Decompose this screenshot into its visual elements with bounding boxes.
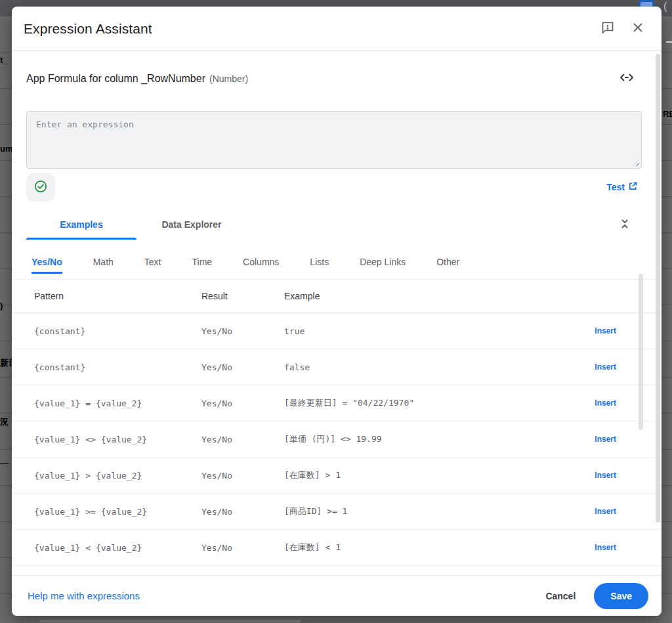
formula-label: App Formula for column _RowNumber — [26, 73, 205, 85]
assistant-tabs: Examples Data Explorer — [26, 209, 634, 240]
category-label: Lists — [310, 257, 329, 267]
dialog-footer: Help me with expressions Cancel Save — [12, 575, 662, 616]
background-table-left-strip — [0, 16, 12, 623]
background-text-fragment: um — [0, 144, 13, 154]
category-tab-text[interactable]: Text — [144, 257, 161, 274]
category-tabs: Yes/NoMathTextTimeColumnsListsDeep Links… — [32, 257, 662, 274]
examples-table-body: {constant} Yes/No true Insert {constant}… — [12, 313, 662, 566]
formula-type-hint: (Number) — [209, 74, 248, 84]
feedback-icon — [600, 20, 616, 37]
category-tab-other[interactable]: Other — [436, 257, 459, 274]
column-header-result: Result — [201, 291, 284, 301]
insert-link[interactable]: Insert — [573, 362, 616, 372]
background-text-fragment: ) — [0, 301, 3, 311]
test-link-label: Test — [606, 182, 625, 192]
tab-data-explorer-label: Data Explorer — [161, 219, 221, 230]
example-cell: [単価 (円)] <> 19.99 — [284, 433, 573, 445]
pattern-cell: {value_1} <> {value_2} — [34, 435, 201, 444]
pattern-cell: {constant} — [34, 362, 201, 372]
open-in-new-icon — [628, 181, 638, 193]
category-label: Math — [93, 257, 114, 267]
cancel-button[interactable]: Cancel — [535, 584, 586, 608]
background-table-right-strip — [662, 16, 672, 623]
table-row: {value_1} >= {value_2} Yes/No [商品ID] >= … — [12, 494, 662, 530]
example-cell: [最終更新日] = "04/22/1970" — [284, 397, 573, 409]
dialog-content: App Formula for column _RowNumber (Numbe… — [12, 51, 662, 575]
example-cell: false — [284, 362, 573, 372]
table-row: {value_1} < {value_2} Yes/No [在庫数] < 1 I… — [12, 530, 662, 566]
dialog-title: Expression Assistant — [24, 21, 152, 37]
background-dash — [666, 41, 672, 43]
background-text-fragment: — — [0, 458, 9, 467]
background-text-fragment: t_ — [0, 55, 8, 65]
tab-examples-label: Examples — [60, 219, 102, 230]
table-row: {value_1} <> {value_2} Yes/No [単価 (円)] <… — [12, 421, 662, 458]
unfold-less-icon — [618, 216, 631, 234]
category-tab-math[interactable]: Math — [93, 257, 114, 274]
insert-link[interactable]: Insert — [573, 435, 616, 444]
category-label: Yes/No — [32, 257, 62, 267]
dialog-scrollbar[interactable] — [656, 54, 660, 523]
close-button[interactable] — [629, 18, 647, 39]
category-tab-yes-no[interactable]: Yes/No — [32, 257, 62, 274]
category-label: Deep Links — [360, 257, 406, 267]
category-tab-time[interactable]: Time — [192, 257, 213, 274]
table-row: {constant} Yes/No false Insert — [12, 349, 662, 385]
dialog-header: Expression Assistant — [12, 7, 662, 51]
category-tab-columns[interactable]: Columns — [243, 257, 279, 274]
test-link[interactable]: Test — [606, 181, 638, 193]
save-button[interactable]: Save — [594, 583, 648, 609]
result-cell: Yes/No — [201, 435, 284, 444]
validation-status-button[interactable] — [26, 173, 55, 202]
result-cell: Yes/No — [201, 471, 284, 481]
result-cell: Yes/No — [201, 398, 284, 408]
expression-input[interactable] — [27, 112, 641, 168]
table-scrollbar[interactable] — [639, 274, 643, 430]
expression-actions: Test — [26, 173, 638, 202]
category-label: Text — [144, 257, 161, 267]
check-circle-icon — [33, 179, 48, 196]
background-scrollbar — [39, 620, 301, 622]
table-row: {value_1} = {value_2} Yes/No [最終更新日] = "… — [12, 385, 662, 421]
pattern-cell: {value_1} < {value_2} — [34, 543, 201, 553]
result-cell: Yes/No — [201, 326, 284, 336]
code-view-button[interactable] — [616, 67, 638, 90]
pattern-cell: {value_1} > {value_2} — [34, 471, 201, 481]
background-paren-text: ( — [663, 1, 667, 12]
help-link[interactable]: Help me with expressions — [28, 590, 140, 601]
example-cell: [商品ID] >= 1 — [284, 505, 573, 517]
category-label: Time — [192, 257, 213, 267]
insert-link[interactable]: Insert — [573, 543, 616, 552]
close-icon — [631, 21, 644, 36]
tab-examples[interactable]: Examples — [26, 209, 136, 240]
tab-data-explorer[interactable]: Data Explorer — [136, 209, 247, 240]
example-cell: [在庫数] > 1 — [284, 469, 573, 481]
example-cell: [在庫数] < 1 — [284, 542, 573, 553]
examples-table-header: Pattern Result Example — [12, 280, 662, 313]
pattern-cell: {value_1} >= {value_2} — [34, 507, 201, 517]
feedback-button[interactable] — [597, 17, 618, 40]
code-expression-icon — [618, 70, 635, 87]
insert-link[interactable]: Insert — [573, 398, 616, 408]
example-cell: true — [284, 326, 573, 336]
column-header-pattern: Pattern — [34, 291, 201, 301]
table-row: {value_1} > {value_2} Yes/No [在庫数] > 1 I… — [12, 458, 662, 494]
category-tab-lists[interactable]: Lists — [310, 257, 329, 274]
result-cell: Yes/No — [201, 543, 284, 553]
category-tab-deep-links[interactable]: Deep Links — [360, 257, 406, 274]
examples-table: Pattern Result Example {constant} Yes/No… — [12, 279, 662, 566]
expression-editor — [26, 111, 642, 169]
table-row: {constant} Yes/No true Insert — [12, 313, 662, 349]
insert-link[interactable]: Insert — [573, 471, 616, 480]
column-header-example: Example — [284, 291, 573, 301]
result-cell: Yes/No — [201, 507, 284, 517]
insert-link[interactable]: Insert — [573, 326, 616, 335]
collapse-panel-button[interactable] — [616, 213, 634, 236]
background-text-fragment: 況 — [0, 416, 9, 428]
pattern-cell: {constant} — [34, 326, 201, 336]
insert-link[interactable]: Insert — [573, 507, 616, 516]
result-cell: Yes/No — [201, 362, 284, 372]
background-text-fragment: RE — [663, 109, 672, 119]
category-label: Columns — [243, 257, 279, 267]
formula-subheader: App Formula for column _RowNumber (Numbe… — [12, 51, 662, 90]
